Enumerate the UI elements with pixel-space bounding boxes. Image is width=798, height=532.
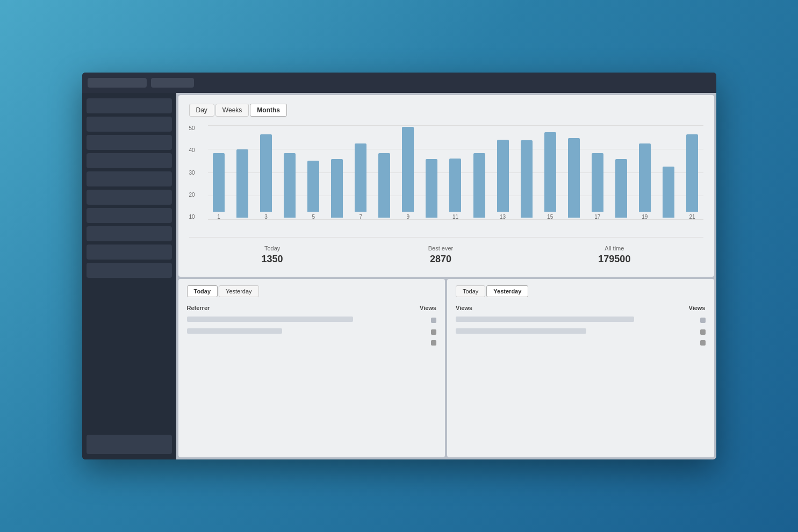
bar-1 <box>236 149 248 218</box>
bar-label-4: 5 <box>312 214 315 220</box>
bar-label-6: 7 <box>360 214 363 220</box>
bar-20 <box>686 134 698 212</box>
sidebar-item-1[interactable] <box>87 117 172 132</box>
y-label-20: 20 <box>189 192 195 198</box>
stat-today-label: Today <box>262 245 283 251</box>
bar-11 <box>473 153 485 218</box>
left-bar-container-1 <box>187 317 425 324</box>
bar-label-14: 15 <box>547 214 553 220</box>
bar-group-17 <box>610 125 632 220</box>
bar-9 <box>426 159 437 218</box>
sidebar-item-5[interactable] <box>87 190 172 205</box>
right-bar-container-2 <box>456 328 694 336</box>
stat-best-value: 2870 <box>428 254 453 265</box>
y-label-10: 10 <box>189 214 195 220</box>
chart-tab-bar: Day Weeks Months <box>189 104 703 117</box>
stat-today-value: 1350 <box>262 254 283 265</box>
bar-label-8: 9 <box>407 214 410 220</box>
left-tab-yesterday[interactable]: Yesterday <box>219 285 259 297</box>
right-tab-yesterday[interactable]: Yesterday <box>486 285 528 297</box>
chart-area: 50 40 30 20 10 <box>189 125 703 233</box>
right-col-views: Views <box>456 305 472 311</box>
bar-14 <box>544 132 556 212</box>
left-dot-2 <box>431 329 436 335</box>
sidebar-item-4[interactable] <box>87 171 172 186</box>
bar-5 <box>331 159 343 218</box>
bar-group-12: 13 <box>492 125 514 220</box>
bar-group-8: 9 <box>397 125 419 220</box>
bar-label-20: 21 <box>689 214 695 220</box>
bar-10 <box>449 159 461 212</box>
right-row-1 <box>456 317 706 324</box>
tab-day[interactable]: Day <box>189 104 214 117</box>
right-row-2 <box>456 328 706 336</box>
stat-today: Today 1350 <box>262 245 283 265</box>
left-panel: Today Yesterday Referrer Views <box>178 279 445 457</box>
bar-group-20: 21 <box>681 125 703 220</box>
bar-group-16: 17 <box>586 125 608 220</box>
stat-alltime-label: All time <box>598 245 630 251</box>
left-bar-2 <box>187 328 282 334</box>
right-dot-1 <box>700 318 706 323</box>
left-row-2 <box>187 328 437 336</box>
right-table-header: Views Views <box>456 303 706 313</box>
left-tab-today[interactable]: Today <box>187 285 218 297</box>
left-col-views: Views <box>420 305 436 311</box>
bar-19 <box>663 167 674 218</box>
bottom-panels: Today Yesterday Referrer Views <box>178 279 714 457</box>
bar-2 <box>260 134 272 212</box>
right-tab-today[interactable]: Today <box>456 285 485 297</box>
bar-13 <box>521 140 533 218</box>
bar-group-9 <box>421 125 443 220</box>
main-content: Day Weeks Months 50 40 30 20 10 <box>176 93 716 459</box>
app-window: Day Weeks Months 50 40 30 20 10 <box>82 73 716 459</box>
right-dot-2 <box>700 329 706 335</box>
bar-group-1 <box>232 125 254 220</box>
bar-label-0: 1 <box>217 214 220 220</box>
left-col-referrer: Referrer <box>187 305 210 311</box>
left-row-3 <box>187 340 437 346</box>
sidebar-item-8[interactable] <box>87 245 172 260</box>
sidebar-item-0[interactable] <box>87 98 172 113</box>
bar-group-14: 15 <box>539 125 561 220</box>
sidebar-bottom <box>87 430 172 454</box>
chart-y-labels: 50 40 30 20 10 <box>189 125 198 220</box>
right-panel: Today Yesterday Views Views <box>447 279 714 457</box>
tab-weeks[interactable]: Weeks <box>215 104 249 117</box>
bars-container: 13579111315171921 <box>208 125 703 220</box>
right-bar-1 <box>456 317 634 322</box>
bar-group-15 <box>563 125 585 220</box>
bar-12 <box>497 140 509 212</box>
bar-group-7 <box>373 125 396 220</box>
y-label-50: 50 <box>189 125 195 131</box>
titlebar-pill-2 <box>151 78 194 88</box>
titlebar-pill-1 <box>88 78 147 88</box>
stat-alltime-value: 179500 <box>598 254 630 265</box>
bar-group-6: 7 <box>350 125 372 220</box>
sidebar-item-3[interactable] <box>87 153 172 168</box>
bar-group-2: 3 <box>255 125 277 220</box>
bar-17 <box>615 159 627 218</box>
right-bar-2 <box>456 328 586 334</box>
bar-group-10: 11 <box>444 125 466 220</box>
right-dot-3 <box>700 340 706 346</box>
tab-months[interactable]: Months <box>250 104 287 117</box>
bar-label-16: 17 <box>594 214 600 220</box>
sidebar-bottom-item[interactable] <box>87 435 172 454</box>
left-table-header: Referrer Views <box>187 303 437 313</box>
sidebar-item-6[interactable] <box>87 208 172 223</box>
bar-group-19 <box>657 125 679 220</box>
bar-4 <box>307 161 319 212</box>
bar-0 <box>213 153 225 212</box>
bar-group-11 <box>468 125 490 220</box>
stat-alltime: All time 179500 <box>598 245 630 265</box>
sidebar-item-2[interactable] <box>87 135 172 150</box>
right-row-3 <box>456 340 706 346</box>
bar-6 <box>355 143 366 212</box>
bar-label-18: 19 <box>642 214 648 220</box>
sidebar-item-7[interactable] <box>87 226 172 241</box>
right-col-views2: Views <box>689 305 706 311</box>
left-bar-container-2 <box>187 328 425 336</box>
bar-16 <box>592 153 603 212</box>
sidebar-item-9[interactable] <box>87 263 172 278</box>
